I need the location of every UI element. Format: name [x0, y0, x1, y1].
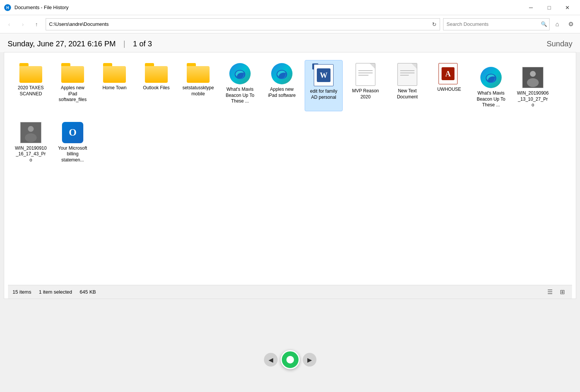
maximize-button[interactable]: □ — [540, 2, 558, 14]
file-item-mavis-edge[interactable]: What's Mavis Beacon Up To These ... — [221, 60, 259, 111]
file-item-mvp[interactable]: MVP Reason 2020 — [346, 60, 385, 111]
file-item-uwhouse[interactable]: A UWHOUSE — [430, 60, 468, 111]
settings-button[interactable]: ⚙ — [565, 18, 577, 30]
address-bar[interactable] — [46, 21, 429, 27]
forward-button[interactable]: › — [17, 18, 29, 30]
doc-icon — [356, 63, 375, 86]
file-label: New Text Document — [391, 88, 423, 100]
file-item-edit-family[interactable]: ✓ W edit for family AD personal — [305, 60, 343, 111]
word-icon: ✓ W — [312, 63, 335, 86]
file-label: setstatussktypemobile — [182, 85, 214, 97]
status-bar: 15 items 1 item selected 645 KB ☰ ⊞ — [8, 285, 572, 299]
item-count: 15 items — [13, 289, 31, 295]
file-label: WIN_20190906_13_10_27_Pro — [517, 90, 549, 108]
refresh-button[interactable]: ↻ — [429, 19, 440, 30]
image-thumbnail-1 — [522, 67, 543, 88]
view-controls: ☰ ⊞ — [545, 287, 567, 297]
previous-button[interactable]: ◀ — [264, 353, 278, 367]
svg-point-10 — [25, 133, 37, 142]
search-container: 🔍 — [443, 18, 550, 30]
file-label: UWHOUSE — [437, 87, 461, 93]
search-input[interactable] — [443, 21, 539, 27]
folder-icon — [187, 63, 210, 83]
file-label: What's Mavis Beacon Up To These ... — [475, 90, 507, 108]
folder-icon — [19, 63, 42, 83]
bottom-navigation: ◀ ▶ — [264, 350, 316, 369]
file-item-2020taxes[interactable]: 2020 TAXES SCANNED — [12, 60, 50, 111]
file-item-apples-edge[interactable]: Apples new iPad software — [263, 60, 301, 111]
address-bar-container: ↻ — [46, 18, 440, 30]
folder-icon — [61, 63, 84, 83]
file-label: 2020 TAXES SCANNED — [15, 85, 47, 97]
page-info: 1 of 3 — [133, 40, 152, 48]
folder-icon — [103, 63, 126, 83]
file-label: MVP Reason 2020 — [350, 88, 381, 100]
svg-point-6 — [530, 71, 536, 77]
edge-icon-3 — [480, 67, 502, 88]
file-label: What's Mavis Beacon Up To These ... — [224, 87, 256, 104]
list-view-button[interactable]: ☰ — [545, 287, 555, 297]
toolbar: ‹ › ↑ ↻ 🔍 ⌂ ⚙ — [0, 15, 580, 33]
file-label: Your Microsoft billing statemen... — [57, 145, 89, 163]
svg-text:H: H — [6, 6, 9, 10]
file-item-win2[interactable]: WIN_20190910_16_17_43_Pro — [12, 119, 50, 166]
file-label: Outlook Files — [143, 85, 170, 91]
title-bar: H Documents - File History ─ □ ✕ — [0, 0, 580, 15]
access-icon: A — [439, 63, 460, 84]
file-item-hometown[interactable]: Home Town — [95, 60, 133, 111]
file-label: WIN_20190910_16_17_43_Pro — [15, 145, 47, 163]
file-label: Home Town — [102, 85, 126, 91]
file-grid: 2020 TAXES SCANNED Apples new iPad softw… — [12, 60, 568, 166]
date-display: Sunday, June 27, 2021 6:16 PM — [8, 40, 116, 48]
edge-icon-2 — [271, 63, 292, 84]
selected-count: 1 item selected — [39, 289, 72, 295]
file-item-outlook-files[interactable]: Outlook Files — [137, 60, 175, 111]
main-content: 2020 TAXES SCANNED Apples new iPad softw… — [4, 52, 576, 299]
file-label: Apples new iPad software — [266, 87, 298, 98]
minimize-button[interactable]: ─ — [522, 2, 540, 14]
file-item-win1[interactable]: WIN_20190906_13_10_27_Pro — [514, 64, 552, 111]
up-button[interactable]: ↑ — [30, 18, 43, 30]
file-item-apples-files[interactable]: Apples new iPad software_files — [54, 60, 92, 111]
file-label: edit for family AD personal — [308, 89, 339, 100]
svg-point-9 — [28, 126, 33, 131]
home-button[interactable]: ⌂ — [551, 18, 563, 30]
home-center-button[interactable] — [281, 350, 300, 369]
right-label: Sunday — [547, 40, 572, 48]
file-item-new-text[interactable]: New Text Document — [388, 60, 426, 111]
back-button[interactable]: ‹ — [3, 18, 15, 30]
file-history-icon: H — [4, 4, 11, 11]
image-thumbnail-2 — [20, 122, 41, 143]
window-controls: ─ □ ✕ — [522, 2, 576, 14]
close-button[interactable]: ✕ — [559, 2, 576, 14]
folder-icon — [145, 63, 168, 83]
file-item-mavis-edge2[interactable]: What's Mavis Beacon Up To These ... — [472, 64, 510, 111]
file-size: 645 KB — [80, 289, 96, 295]
search-button[interactable]: 🔍 — [539, 19, 549, 30]
svg-point-7 — [527, 78, 539, 87]
outlook-icon: O — [62, 122, 83, 143]
edge-icon — [229, 63, 251, 84]
txt-icon — [397, 63, 417, 86]
home-center-inner — [286, 356, 294, 364]
grid-view-button[interactable]: ⊞ — [557, 287, 567, 297]
file-item-skype[interactable]: setstatussktypemobile — [179, 60, 217, 111]
file-item-billing[interactable]: O Your Microsoft billing statemen... — [54, 119, 92, 166]
window-title: Documents - File History — [14, 5, 519, 10]
date-header: Sunday, June 27, 2021 6:16 PM | 1 of 3 S… — [0, 33, 580, 52]
next-button[interactable]: ▶ — [303, 353, 316, 367]
file-label: Apples new iPad software_files — [57, 85, 89, 103]
separator: | — [123, 40, 125, 48]
